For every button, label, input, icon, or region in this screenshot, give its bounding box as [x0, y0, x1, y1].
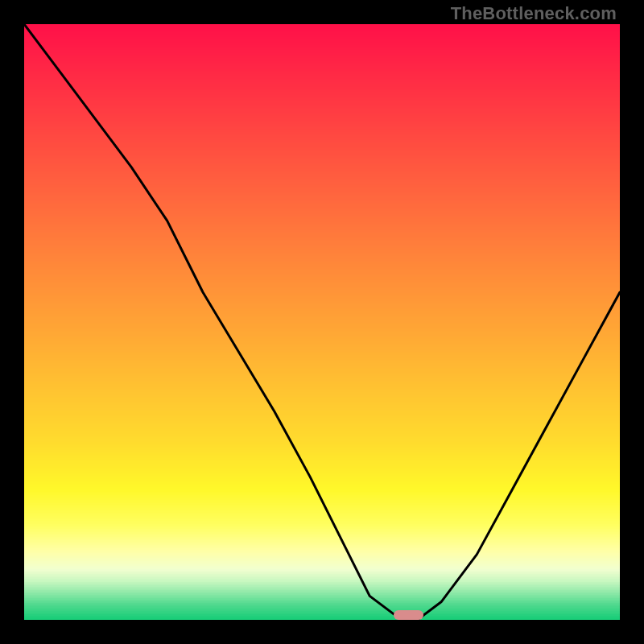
chart-frame: TheBottleneck.com [0, 0, 644, 644]
heat-gradient [24, 24, 620, 620]
optimal-marker [394, 610, 423, 620]
watermark: TheBottleneck.com [451, 3, 617, 24]
plot-area [24, 24, 620, 620]
